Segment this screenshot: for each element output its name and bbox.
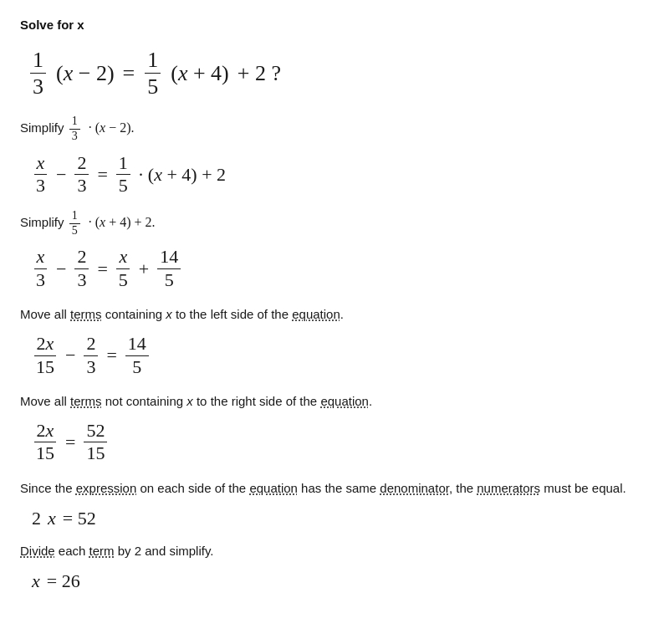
equation-4: 2x 15 = 52 15 (32, 420, 649, 465)
step-text-5: Since the expression on each side of the… (20, 478, 649, 498)
step-text-1: Simplify 1 3 · (x − 2). (20, 115, 649, 144)
equation-5: 2x = 52 (32, 503, 649, 533)
equation-2: x 3 − 2 3 = x 5 + 14 5 (32, 246, 649, 291)
step-text-2: Simplify 1 5 · (x + 4) + 2. (20, 209, 649, 238)
main-eq-paren2: (x + 4) (171, 56, 229, 91)
main-equation: 1 3 (x − 2) = 1 5 (x + 4) + 2 ? (28, 47, 649, 100)
page-title: Solve for x (20, 15, 649, 35)
result-equation: x = 26 (32, 566, 649, 595)
equation-3: 2x 15 − 2 3 = 14 5 (32, 333, 649, 378)
frac-1-5: 1 5 (145, 47, 161, 100)
frac-1-3: 1 3 (30, 47, 46, 100)
main-eq-paren1: (x − 2) (56, 56, 115, 91)
step-text-4: Move all terms not containing x to the r… (20, 391, 649, 411)
step-text-6: Divide each term by 2 and simplify. (20, 541, 649, 561)
step-text-3: Move all terms containing x to the left … (20, 304, 649, 325)
equation-1: x 3 − 2 3 = 1 5 · (x + 4) + 2 (32, 152, 649, 197)
